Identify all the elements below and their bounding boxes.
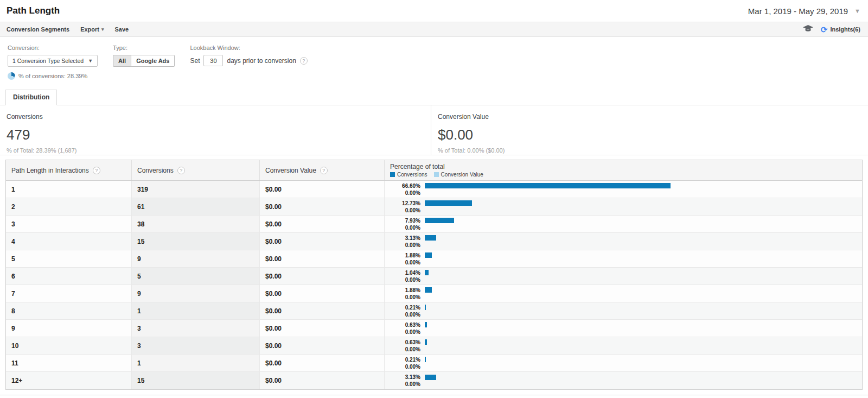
path-length-cell: 12+: [6, 372, 132, 389]
path-length-cell: 6: [6, 268, 132, 285]
conversion-value-cell: $0.00: [260, 320, 385, 337]
conversion-type-dropdown[interactable]: 1 Conversion Type Selected ▼: [8, 55, 98, 67]
legend-conversions-label: Conversions: [397, 172, 427, 178]
percentage-labels: 7.93%0.00%: [388, 217, 420, 231]
column-header-path-length[interactable]: Path Length in Interactions ?: [6, 160, 132, 180]
date-range-selector[interactable]: Mar 1, 2019 - May 29, 2019 ▼: [748, 7, 860, 16]
pct-conversions-label: 1.04%: [388, 269, 420, 276]
pct-value-label: 0.00%: [388, 276, 420, 283]
pct-value-label: 0.00%: [388, 294, 420, 301]
education-cap-icon[interactable]: [803, 24, 813, 34]
chart-legend: Conversions Conversion Value: [390, 172, 483, 178]
table-row: 12+15$0.003.13%0.00%: [6, 372, 862, 389]
pct-value-label: 0.00%: [388, 242, 420, 249]
pct-conversions-label: 12.73%: [388, 200, 420, 207]
summary-conversions-value: 479: [7, 127, 424, 143]
percentage-labels: 0.21%0.00%: [388, 356, 420, 370]
percentage-labels: 12.73%0.00%: [388, 200, 420, 214]
conversions-cell: 15: [132, 372, 260, 389]
column-header-conversion-value[interactable]: Conversion Value ?: [260, 160, 385, 180]
tab-distribution[interactable]: Distribution: [5, 90, 57, 105]
pct-value-label: 0.00%: [388, 328, 420, 336]
type-all-button[interactable]: All: [113, 55, 131, 67]
conversions-bar: [425, 252, 432, 258]
conversion-label: Conversion:: [8, 45, 98, 51]
conversion-segments-label: Conversion Segments: [7, 26, 69, 33]
table-row: 65$0.001.04%0.00%: [6, 268, 862, 285]
legend-conversion-value: Conversion Value: [434, 172, 483, 178]
conversions-cell: 38: [132, 216, 260, 232]
lookback-set-label: Set: [190, 57, 200, 65]
lookback-days-input[interactable]: [203, 55, 223, 66]
help-icon[interactable]: ?: [320, 167, 328, 174]
pct-conversions-label: 0.21%: [388, 304, 420, 311]
pct-value-label: 0.00%: [388, 363, 420, 370]
conversions-bar: [425, 218, 454, 223]
pct-conversions-label: 3.13%: [388, 374, 420, 381]
percentage-cell: 12.73%0.00%: [385, 198, 862, 215]
table-row: 79$0.001.88%0.00%: [6, 285, 862, 302]
percentage-labels: 3.13%0.00%: [388, 374, 420, 388]
caret-down-icon: ▼: [854, 8, 860, 14]
path-length-cell: 2: [6, 198, 132, 215]
legend-conversion-value-label: Conversion Value: [441, 172, 483, 178]
pct-value-label: 0.00%: [388, 311, 420, 318]
path-length-cell: 11: [6, 355, 132, 371]
bars-container: [425, 357, 794, 369]
column-header-conversion-value-label: Conversion Value: [265, 167, 316, 174]
summary-conversion-value-subtext: % of Total: 0.00% ($0.00): [438, 147, 505, 154]
conversion-value-cell: $0.00: [260, 250, 385, 267]
pct-value-label: 0.00%: [388, 207, 420, 214]
conversions-bar: [425, 287, 432, 293]
table-row: 338$0.007.93%0.00%: [6, 216, 862, 233]
conversions-bar: [425, 235, 436, 241]
percentage-labels: 66.60%0.00%: [388, 182, 420, 197]
export-button[interactable]: Export ▾: [80, 26, 104, 33]
conversion-value-cell: $0.00: [260, 355, 385, 371]
percentage-cell: 0.21%0.00%: [385, 302, 862, 319]
conversions-bar: [425, 357, 426, 362]
bars-container: [425, 322, 794, 334]
help-icon[interactable]: ?: [177, 167, 185, 174]
percentage-labels: 3.13%0.00%: [388, 235, 420, 249]
conversions-bar: [425, 339, 427, 345]
save-button[interactable]: Save: [115, 26, 129, 33]
column-header-conversions[interactable]: Conversions ?: [132, 160, 260, 180]
conversions-bar: [425, 183, 671, 188]
conversion-value-cell: $0.00: [260, 285, 385, 302]
type-google-ads-button[interactable]: Google Ads: [131, 55, 175, 67]
bars-container: [425, 235, 794, 248]
conversion-value-cell: $0.00: [260, 372, 385, 389]
conversion-value-cell: $0.00: [260, 337, 385, 354]
conversion-value-cell: $0.00: [260, 181, 385, 198]
conversions-cell: 1: [132, 302, 260, 319]
pct-conversions-label: 1.88%: [388, 252, 420, 259]
conversion-value-cell: $0.00: [260, 198, 385, 215]
bars-container: [425, 339, 794, 352]
legend-conversions-swatch: [390, 172, 395, 177]
bars-container: [425, 305, 794, 317]
save-label: Save: [115, 26, 129, 33]
summary-conversion-value: Conversion Value $0.00 % of Total: 0.00%…: [431, 105, 511, 155]
conversion-value-cell: $0.00: [260, 268, 385, 285]
summary-panel: Conversions 479 % of Total: 28.39% (1,68…: [0, 105, 868, 155]
table-row: 93$0.000.63%0.00%: [6, 320, 862, 337]
conversion-type-selected: 1 Conversion Type Selected: [12, 58, 84, 64]
path-length-cell: 5: [6, 250, 132, 267]
path-length-cell: 7: [6, 285, 132, 302]
percentage-cell: 66.60%0.00%: [385, 181, 862, 198]
summary-conversion-value-label: Conversion Value: [438, 113, 505, 121]
insights-label: Insights(6): [830, 26, 860, 33]
insights-button[interactable]: ⟳ Insights(6): [821, 26, 860, 34]
path-length-cell: 4: [6, 233, 132, 250]
help-icon[interactable]: ?: [93, 167, 100, 174]
conversion-segments-button[interactable]: Conversion Segments: [7, 26, 69, 33]
help-icon[interactable]: ?: [300, 57, 308, 65]
lookback-filter-group: Lookback Window: Set days prior to conve…: [190, 45, 307, 66]
pct-conversions-label: 0.63%: [388, 339, 420, 346]
percentage-labels: 1.88%0.00%: [388, 252, 420, 266]
path-length-cell: 3: [6, 216, 132, 232]
type-filter-group: Type: All Google Ads: [113, 45, 175, 67]
conversions-cell: 1: [132, 355, 260, 371]
conversions-cell: 3: [132, 337, 260, 354]
